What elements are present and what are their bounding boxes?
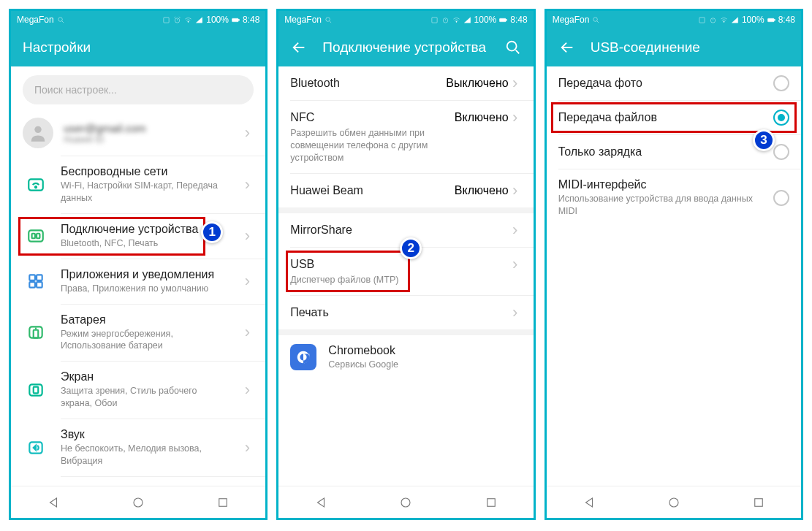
nav-back-button[interactable] bbox=[573, 486, 605, 519]
item-apps[interactable]: Приложения и уведомления Права, Приложен… bbox=[11, 259, 265, 304]
svg-point-29 bbox=[134, 498, 143, 507]
radio-on[interactable] bbox=[773, 110, 789, 126]
phone-device-connection: MegaFon 100% 8:48 Подключение устройства… bbox=[276, 9, 535, 520]
item-sub: Сервисы Google bbox=[328, 357, 521, 371]
nav-home-button[interactable] bbox=[658, 486, 690, 519]
chevron-right-icon: › bbox=[240, 324, 254, 340]
svg-point-46 bbox=[710, 18, 715, 22]
phone-usb-connection: MegaFon 100% 8:48 USB-соединение Передач… bbox=[545, 9, 803, 520]
search-small-icon bbox=[325, 16, 333, 24]
carrier-name: MegaFon bbox=[553, 15, 590, 25]
appbar: Подключение устройства bbox=[278, 28, 533, 66]
item-nfc[interactable]: NFC Включено › Разрешить обмен данными п… bbox=[278, 101, 533, 173]
item-huawei-beam[interactable]: Huawei Beam Включено › bbox=[278, 174, 533, 207]
item-title: Беспроводные сети bbox=[61, 165, 229, 178]
svg-rect-14 bbox=[32, 234, 35, 239]
back-button[interactable] bbox=[558, 39, 576, 56]
svg-point-41 bbox=[401, 498, 410, 507]
svg-rect-16 bbox=[29, 275, 35, 280]
item-sub: Права, Приложения по умолчанию bbox=[61, 281, 229, 295]
nav-home-button[interactable] bbox=[122, 486, 154, 519]
nfc-icon bbox=[430, 16, 439, 24]
item-wireless[interactable]: Беспроводные сети Wi-Fi, Настройки SIM-к… bbox=[11, 156, 265, 213]
step-badge-3: 3 bbox=[753, 129, 775, 151]
nfc-icon bbox=[698, 16, 706, 24]
item-photo-transfer[interactable]: Передача фото bbox=[547, 66, 801, 100]
avatar bbox=[23, 118, 53, 148]
svg-line-32 bbox=[330, 20, 331, 22]
item-sub: Wi-Fi, Настройки SIM-карт, Передача данн… bbox=[61, 178, 229, 205]
svg-point-31 bbox=[326, 17, 330, 21]
item-bluetooth[interactable]: Bluetooth Выключено › bbox=[278, 66, 533, 100]
svg-rect-8 bbox=[232, 18, 238, 22]
clock: 8:48 bbox=[243, 15, 259, 25]
item-print[interactable]: Печать › bbox=[278, 296, 533, 329]
svg-line-6 bbox=[179, 16, 181, 17]
battery-settings-icon bbox=[23, 319, 49, 345]
item-title: NFC bbox=[290, 111, 314, 124]
back-button[interactable] bbox=[290, 39, 308, 56]
item-display[interactable]: Экран Защита зрения, Стиль рабочего экра… bbox=[11, 362, 265, 419]
search-button[interactable] bbox=[504, 39, 522, 56]
svg-rect-33 bbox=[431, 17, 436, 22]
search-placeholder: Поиск настроек... bbox=[34, 84, 117, 96]
nav-recent-button[interactable] bbox=[475, 486, 507, 519]
nav-recent-button[interactable] bbox=[207, 486, 239, 519]
svg-point-12 bbox=[35, 186, 37, 188]
svg-point-0 bbox=[58, 17, 63, 21]
alarm-icon bbox=[709, 16, 717, 24]
item-chromebook[interactable]: Chromebook Сервисы Google bbox=[278, 335, 533, 380]
item-battery[interactable]: Батарея Режим энергосбережения, Использо… bbox=[11, 305, 265, 362]
nav-back-button[interactable] bbox=[37, 486, 69, 519]
wifi-icon bbox=[184, 16, 192, 24]
svg-point-43 bbox=[593, 17, 598, 21]
item-charging-only[interactable]: Только зарядка 3 bbox=[547, 135, 801, 169]
chevron-right-icon: › bbox=[509, 183, 522, 199]
battery-pct: 100% bbox=[742, 15, 764, 25]
battery-icon bbox=[232, 16, 240, 24]
navbar bbox=[11, 486, 265, 518]
chevron-right-icon: › bbox=[509, 256, 522, 272]
item-title: USB bbox=[290, 258, 314, 271]
profile-main: user@gmail.com bbox=[64, 122, 230, 134]
svg-rect-49 bbox=[767, 18, 774, 22]
svg-rect-38 bbox=[506, 19, 507, 20]
item-device-connection[interactable]: Подключение устройства Bluetooth, NFC, П… bbox=[11, 214, 265, 259]
item-sub: Режим энергосбережения, Использование ба… bbox=[61, 326, 229, 353]
signal-icon bbox=[463, 16, 471, 24]
chevron-right-icon: › bbox=[240, 228, 254, 244]
item-status: Выключено bbox=[446, 77, 508, 90]
search-input[interactable]: Поиск настроек... bbox=[23, 75, 254, 104]
radio-off[interactable] bbox=[773, 144, 789, 160]
nfc-icon bbox=[162, 16, 170, 24]
svg-rect-42 bbox=[487, 498, 495, 506]
item-storage[interactable]: Память Память, Очистка памяти › bbox=[11, 477, 265, 486]
chevron-right-icon: › bbox=[509, 305, 522, 321]
svg-rect-15 bbox=[37, 234, 39, 239]
radio-off[interactable] bbox=[773, 190, 789, 206]
battery-pct: 100% bbox=[474, 15, 497, 25]
item-status: Включено bbox=[455, 184, 509, 197]
nav-back-button[interactable] bbox=[305, 486, 337, 519]
profile-row[interactable]: user@gmail.com Huawei ID › bbox=[11, 110, 265, 156]
item-sound[interactable]: Звук Не беспокоить, Мелодия вызова, Вибр… bbox=[11, 419, 265, 476]
sound-icon bbox=[23, 435, 49, 461]
svg-rect-21 bbox=[34, 330, 39, 338]
page-title: USB-соединение bbox=[591, 39, 789, 56]
phone-settings: MegaFon 100% 8:48 Настройки Поиск настро… bbox=[9, 9, 267, 520]
radio-off[interactable] bbox=[773, 75, 789, 91]
statusbar: MegaFon 100% 8:48 bbox=[547, 11, 801, 28]
item-usb[interactable]: USB › Диспетчер файлов (MTP) 2 bbox=[278, 248, 533, 295]
chevron-right-icon: › bbox=[240, 125, 254, 141]
svg-point-34 bbox=[443, 18, 447, 22]
item-midi[interactable]: MIDI-интерфейс Использование устройства … bbox=[547, 169, 801, 226]
navbar bbox=[547, 486, 801, 518]
signal-icon bbox=[195, 16, 203, 24]
chevron-right-icon: › bbox=[240, 440, 254, 456]
apps-icon bbox=[23, 268, 49, 294]
nav-recent-button[interactable] bbox=[743, 486, 775, 519]
nav-home-button[interactable] bbox=[390, 486, 422, 519]
step-badge-2: 2 bbox=[400, 237, 422, 259]
alarm-icon bbox=[441, 16, 449, 24]
svg-rect-18 bbox=[29, 282, 35, 288]
